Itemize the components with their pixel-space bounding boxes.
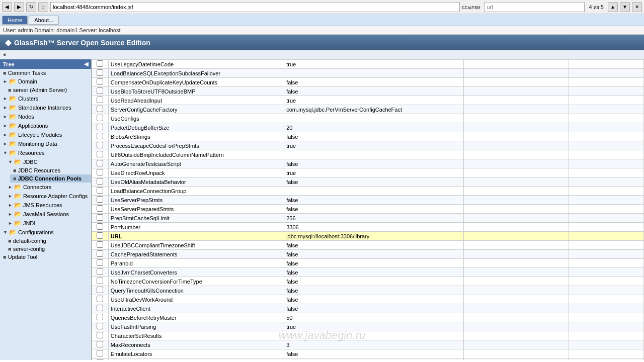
search-next-button[interactable]: ▼ <box>620 2 630 12</box>
table-row: PacketDebugBufferSize20 <box>92 123 644 132</box>
row-checkbox[interactable] <box>97 115 103 121</box>
sidebar-item-jdbc[interactable]: ▼ 📂 JDBC <box>5 157 91 166</box>
row-checkbox[interactable] <box>97 223 103 230</box>
reload-button[interactable]: ↻ <box>26 2 36 12</box>
table-row: ServerConfigCacheFactorycom.mysql.jdbc.P… <box>92 105 644 114</box>
property-extra <box>569 177 643 187</box>
row-checkbox[interactable] <box>97 87 103 94</box>
table-row: CompensateOnDuplicateKeyUpdateCountsfals… <box>92 78 644 87</box>
table-row: URLjdbc:mysql://localhost:3306/library <box>92 232 644 241</box>
search-input[interactable] <box>484 2 585 12</box>
row-checkbox[interactable] <box>97 133 103 139</box>
sidebar-item-label: JNDI <box>23 220 35 226</box>
tab-home[interactable]: Home <box>2 16 28 25</box>
row-checkbox[interactable] <box>97 241 103 248</box>
configs-expand-icon: ▼ <box>3 230 8 235</box>
row-checkbox[interactable] <box>97 323 103 329</box>
sidebar-item-default-config[interactable]: ■ default-config <box>5 237 91 245</box>
row-checkbox[interactable] <box>97 350 103 356</box>
table-row: UseBlobToStoreUTF8OutsideBMPfalse <box>92 87 644 96</box>
row-checkbox[interactable] <box>97 332 103 338</box>
row-checkbox[interactable] <box>97 78 103 85</box>
row-checkbox[interactable] <box>97 160 103 166</box>
sidebar-item-jms[interactable]: ► 📂 JMS Resources <box>5 201 91 210</box>
sidebar-item-javamail[interactable]: ► 📂 JavaMail Sessions <box>5 210 91 219</box>
row-checkbox[interactable] <box>97 106 103 112</box>
property-extra <box>569 196 643 205</box>
row-checkbox[interactable] <box>97 187 103 194</box>
row-checkbox[interactable] <box>97 169 103 175</box>
jms-expand-icon: ► <box>8 203 13 208</box>
row-checkbox[interactable] <box>97 341 103 347</box>
property-extra <box>569 313 643 322</box>
search-close-button[interactable]: ✕ <box>632 2 642 12</box>
jndi-folder-icon: 📂 <box>14 220 22 227</box>
row-checkbox[interactable] <box>97 232 103 239</box>
sidebar-item-label: Lifecycle Modules <box>18 132 62 138</box>
back-button[interactable]: ◀ <box>2 2 12 12</box>
sidebar-item-connectors[interactable]: ► 📂 Connectors <box>5 183 91 192</box>
row-checkbox[interactable] <box>97 250 103 257</box>
sidebar-item-applications[interactable]: ► 📂 Applications <box>0 121 91 130</box>
row-checkbox[interactable] <box>97 359 103 360</box>
property-desc <box>463 78 569 87</box>
row-checkbox[interactable] <box>97 287 103 293</box>
lifecycle-folder-icon: 📂 <box>9 131 17 138</box>
sidebar-item-jndi[interactable]: ► 📂 JNDI <box>5 219 91 228</box>
home-button[interactable]: ⌂ <box>38 2 48 12</box>
row-checkbox[interactable] <box>97 296 103 302</box>
address-bar[interactable] <box>50 2 460 12</box>
row-checkbox[interactable] <box>97 305 103 311</box>
property-extra <box>569 241 643 250</box>
row-checkbox[interactable] <box>97 178 103 185</box>
sidebar-item-jdbc-pools[interactable]: ■ JDBC Connection Pools <box>10 174 91 183</box>
table-row: UseLegacyDatetimeCodetrue <box>92 60 644 69</box>
clusters-expand-icon: ► <box>3 96 8 101</box>
sidebar-item-label: JDBC Connection Pools <box>18 175 82 182</box>
row-checkbox[interactable] <box>97 278 103 284</box>
sidebar-item-domain[interactable]: ► 📂 Domain <box>0 77 91 86</box>
row-checkbox[interactable] <box>97 314 103 320</box>
tab-about[interactable]: About... <box>29 16 59 25</box>
sidebar-item-lifecycle[interactable]: ► 📂 Lifecycle Modules <box>0 130 91 139</box>
row-checkbox[interactable] <box>97 60 103 67</box>
row-checkbox[interactable] <box>97 259 103 266</box>
sidebar-item-update-tool[interactable]: ■ Update Tool <box>0 253 91 261</box>
row-checkbox[interactable] <box>97 268 103 275</box>
row-checkbox[interactable] <box>97 69 103 76</box>
table-row: QueriesBeforeRetryMaster50 <box>92 313 644 322</box>
sidebar-collapse-icon[interactable]: ◀ <box>84 61 88 67</box>
table-row: Utf8OutsideBmpIncludedColumnNamePattern <box>92 150 644 159</box>
property-name: EmulateLocators <box>108 349 284 358</box>
property-name: URL <box>108 232 284 241</box>
property-name: UseServerPreparedStmts <box>108 205 284 214</box>
row-checkbox[interactable] <box>97 97 103 103</box>
sidebar-item-nodes[interactable]: ► 📂 Nodes <box>0 112 91 121</box>
sidebar-item-common-tasks[interactable]: ■ Common Tasks <box>0 69 91 77</box>
search-prev-button[interactable]: ▲ <box>608 2 618 12</box>
app-header: ◆ GlassFish™ Server Open Source Edition <box>0 35 644 50</box>
row-checkbox[interactable] <box>97 151 103 157</box>
sidebar-item-jdbc-resources[interactable]: ■ JDBC Resources <box>10 166 91 174</box>
sidebar-item-monitoring[interactable]: ► 📂 Monitoring Data <box>0 139 91 148</box>
property-name: BlobsAreStrings <box>108 132 284 141</box>
sidebar-item-resource-adapter[interactable]: ► 📂 Resource Adapter Configs <box>5 192 91 201</box>
nodes-folder-icon: 📂 <box>9 113 17 120</box>
row-checkbox[interactable] <box>97 142 103 148</box>
row-checkbox[interactable] <box>97 214 103 221</box>
forward-button[interactable]: ▶ <box>14 2 24 12</box>
sidebar-item-server-admin[interactable]: ■ server (Admin Server) <box>5 86 91 94</box>
property-desc <box>463 214 569 223</box>
row-checkbox[interactable] <box>97 205 103 212</box>
sidebar-item-clusters[interactable]: ► 📂 Clusters <box>0 94 91 103</box>
property-extra <box>569 331 643 340</box>
row-checkbox[interactable] <box>97 196 103 203</box>
row-checkbox[interactable] <box>97 124 103 130</box>
sidebar-item-standalone[interactable]: ► 📂 Standalone Instances <box>0 103 91 112</box>
sidebar-item-resources[interactable]: ▼ 📂 Resources <box>0 148 91 157</box>
property-desc <box>463 358 569 360</box>
property-desc <box>463 268 569 277</box>
sidebar-item-configurations[interactable]: ▼ 📂 Configurations <box>0 228 91 237</box>
property-desc <box>463 96 569 105</box>
sidebar-item-server-config[interactable]: ■ server-config <box>5 245 91 253</box>
